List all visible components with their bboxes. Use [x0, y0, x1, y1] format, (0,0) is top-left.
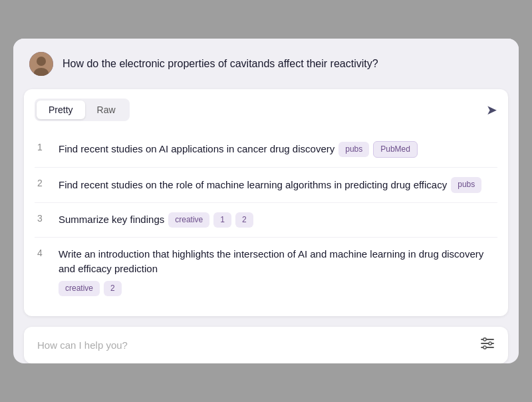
- tag-num-3-1[interactable]: 1: [213, 212, 231, 228]
- step-content-3: Summarize key findings creative 1 2: [59, 212, 495, 228]
- tag-num-4-1[interactable]: 2: [104, 281, 122, 296]
- question-bar: How do the electronic properties of cavi…: [13, 39, 519, 89]
- step-content-1: Find recent studies on AI applications i…: [59, 141, 495, 158]
- step-item-4: 4 Write an introduction that highlights …: [24, 238, 508, 305]
- step-content-2: Find recent studies on the role of machi…: [59, 177, 495, 192]
- step-item-3: 3 Summarize key findings creative 1 2: [24, 203, 508, 237]
- step-number-1: 1: [37, 142, 48, 152]
- svg-point-7: [489, 342, 491, 345]
- svg-point-1: [37, 57, 46, 66]
- tab-raw[interactable]: Raw: [85, 100, 128, 119]
- tag-pubs-1[interactable]: pubs: [338, 142, 369, 157]
- send-icon[interactable]: ➤: [486, 102, 497, 118]
- step-text-2: Find recent studies on the role of machi…: [59, 178, 447, 193]
- tab-pretty[interactable]: Pretty: [37, 100, 85, 119]
- step-number-2: 2: [37, 178, 48, 188]
- main-container: How do the electronic properties of cavi…: [13, 39, 519, 363]
- tag-pubmed-1[interactable]: PubMed: [373, 141, 418, 158]
- step-text-1: Find recent studies on AI applications i…: [59, 142, 334, 157]
- step-item: 1 Find recent studies on AI applications…: [24, 132, 508, 167]
- svg-point-6: [483, 338, 486, 341]
- tag-creative-3[interactable]: creative: [168, 212, 209, 228]
- tag-num-3-2[interactable]: 2: [235, 212, 253, 228]
- input-placeholder: How can I help you?: [37, 339, 128, 351]
- step-number-3: 3: [37, 213, 48, 224]
- question-text: How do the electronic properties of cavi…: [63, 57, 378, 71]
- step-text-4: Write an introduction that highlights th…: [59, 247, 495, 277]
- filter-icon[interactable]: [480, 337, 495, 353]
- step-item-2: 2 Find recent studies on the role of mac…: [24, 168, 508, 202]
- avatar: [29, 52, 53, 76]
- main-panel: Pretty Raw ➤ 1 Find recent studies on AI…: [24, 89, 508, 316]
- tag-pubs-2[interactable]: pubs: [451, 177, 481, 192]
- tab-bar: Pretty Raw ➤: [24, 89, 508, 126]
- steps-list: 1 Find recent studies on AI applications…: [24, 126, 508, 311]
- step-content-4: Write an introduction that highlights th…: [59, 247, 495, 296]
- tag-creative-4[interactable]: creative: [59, 281, 100, 296]
- tab-group: Pretty Raw: [35, 99, 130, 121]
- input-bar[interactable]: How can I help you?: [24, 327, 508, 363]
- step-number-4: 4: [37, 248, 48, 258]
- step-text-3: Summarize key findings: [59, 212, 164, 228]
- svg-point-8: [483, 346, 486, 349]
